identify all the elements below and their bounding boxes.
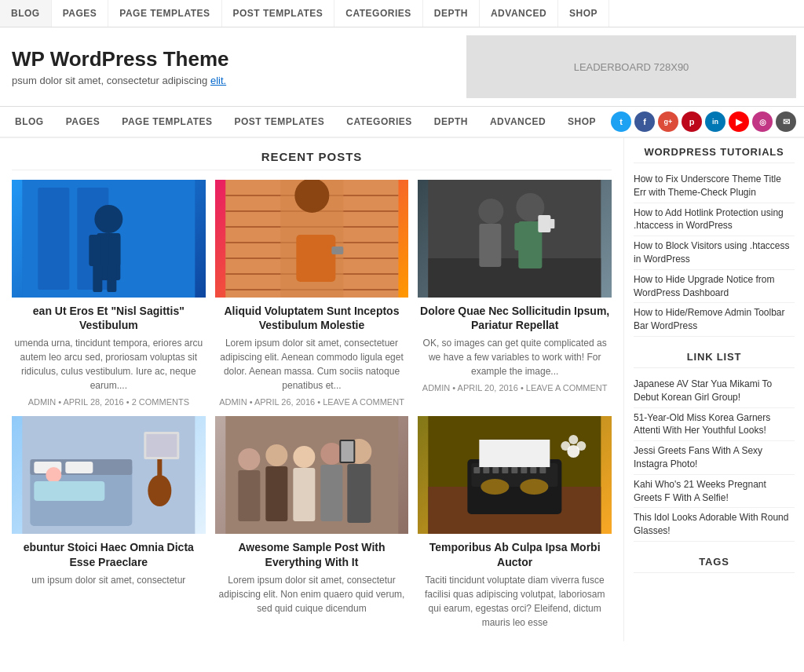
post-excerpt-4: um ipsum dolor sit amet, consectetur bbox=[12, 573, 206, 587]
linkedin-icon[interactable]: in bbox=[705, 111, 725, 132]
post-card: Awesome Sample Post With Everything With… bbox=[215, 416, 409, 629]
tagline-link[interactable]: elit. bbox=[210, 75, 226, 86]
link-list-title: LINK LIST bbox=[634, 351, 795, 368]
svg-point-72 bbox=[577, 441, 587, 451]
sidebar: WORDPRESS TUTORIALS How to Fix Underscor… bbox=[623, 138, 804, 641]
svg-rect-44 bbox=[238, 470, 260, 521]
svg-point-49 bbox=[320, 443, 342, 465]
wp-tutorial-link-4[interactable]: How to Hide Upgrade Notice from WordPres… bbox=[634, 270, 795, 304]
svg-point-71 bbox=[561, 441, 571, 451]
instagram-icon[interactable]: ◎ bbox=[752, 111, 773, 132]
facebook-icon[interactable]: f bbox=[634, 111, 655, 132]
post-card: Temporibus Ab Culpa Ipsa Morbi Auctor Ta… bbox=[418, 416, 612, 629]
top-nav-blog[interactable]: BLOG bbox=[0, 0, 52, 27]
svg-rect-46 bbox=[265, 466, 287, 521]
svg-rect-37 bbox=[34, 481, 104, 501]
svg-point-45 bbox=[265, 444, 287, 466]
post-meta-3: ADMIN • APRIL 20, 2016 • LEAVE A COMMENT bbox=[418, 383, 612, 393]
leaderboard-ad: LEADERBOARD 728X90 bbox=[466, 35, 796, 98]
link-list-item-5[interactable]: This Idol Looks Adorable With Round Glas… bbox=[634, 508, 795, 542]
svg-rect-54 bbox=[341, 441, 353, 462]
link-list-item-2[interactable]: 51-Year-Old Miss Korea Garners Attenti W… bbox=[634, 408, 795, 442]
wp-tutorials-section: WORDPRESS TUTORIALS How to Fix Underscor… bbox=[634, 146, 795, 337]
link-list-item-1[interactable]: Japanese AV Star Yua Mikami To Debut Kor… bbox=[634, 374, 795, 408]
recent-posts-title: RECENT POSTS bbox=[12, 150, 612, 170]
main-nav-categories[interactable]: CATEGORIES bbox=[335, 107, 422, 137]
pinterest-icon[interactable]: p bbox=[682, 111, 702, 132]
svg-rect-23 bbox=[429, 258, 601, 298]
svg-rect-5 bbox=[89, 235, 100, 266]
tags-title: TAGS bbox=[634, 556, 795, 573]
email-icon[interactable]: ✉ bbox=[776, 111, 796, 132]
posts-grid: ean Ut Eros Et "Nisl Sagittis" Vestibulu… bbox=[12, 180, 612, 630]
main-nav-links: BLOG PAGES PAGE TEMPLATES POST TEMPLATES… bbox=[4, 107, 607, 137]
post-card: Aliquid Voluptatem Sunt Inceptos Vestibu… bbox=[215, 180, 409, 407]
post-image-6 bbox=[418, 416, 612, 534]
post-excerpt-6: Taciti tincidunt voluptate diam viverra … bbox=[418, 573, 612, 630]
post-excerpt-2: Lorem ipsum dolor sit amet, consectetuer… bbox=[215, 336, 409, 393]
svg-rect-62 bbox=[502, 467, 509, 473]
main-nav-advanced[interactable]: ADVANCED bbox=[479, 107, 557, 137]
svg-rect-69 bbox=[480, 440, 550, 467]
tagline-text: psum dolor sit amet, consectetur adipisc… bbox=[12, 75, 207, 86]
svg-rect-41 bbox=[146, 434, 177, 457]
svg-rect-7 bbox=[93, 265, 102, 292]
svg-point-43 bbox=[238, 448, 260, 470]
post-card: Dolore Quae Nec Sollicitudin Ipsum, Pari… bbox=[418, 180, 612, 407]
wp-tutorial-link-3[interactable]: How to Block Visitors using .htaccess in… bbox=[634, 236, 795, 270]
svg-rect-48 bbox=[293, 468, 315, 521]
post-excerpt-1: umenda urna, tincidunt tempora, eriores … bbox=[12, 336, 206, 393]
top-nav-advanced[interactable]: ADVANCED bbox=[480, 0, 558, 27]
svg-rect-26 bbox=[515, 223, 527, 250]
main-navigation: BLOG PAGES PAGE TEMPLATES POST TEMPLATES… bbox=[0, 107, 804, 138]
site-title-area: WP WordPress Theme psum dolor sit amet, … bbox=[0, 39, 466, 94]
svg-rect-60 bbox=[484, 467, 490, 473]
svg-point-19 bbox=[294, 180, 329, 213]
top-nav-shop[interactable]: SHOP bbox=[558, 0, 609, 27]
site-title: WP WordPress Theme bbox=[12, 47, 455, 71]
top-nav-categories[interactable]: CATEGORIES bbox=[334, 0, 422, 27]
post-title-1[interactable]: ean Ut Eros Et "Nisl Sagittis" Vestibulu… bbox=[12, 304, 206, 332]
top-navigation: BLOG PAGES PAGE TEMPLATES POST TEMPLATES… bbox=[0, 0, 804, 27]
main-nav-post-templates[interactable]: POST TEMPLATES bbox=[224, 107, 336, 137]
top-nav-page-templates[interactable]: PAGE TEMPLATES bbox=[108, 0, 221, 27]
svg-point-47 bbox=[293, 446, 315, 468]
post-title-6[interactable]: Temporibus Ab Culpa Ipsa Morbi Auctor bbox=[418, 540, 612, 568]
post-title-2[interactable]: Aliquid Voluptatem Sunt Inceptos Vestibu… bbox=[215, 304, 409, 332]
post-title-4[interactable]: ebuntur Stoici Haec Omnia Dicta Esse Pra… bbox=[12, 540, 206, 568]
post-image-5 bbox=[215, 416, 409, 534]
svg-point-68 bbox=[521, 479, 549, 495]
top-nav-post-templates[interactable]: POST TEMPLATES bbox=[222, 0, 335, 27]
svg-rect-1 bbox=[38, 188, 69, 290]
link-list-item-3[interactable]: Jessi Greets Fans With A Sexy Instagra P… bbox=[634, 441, 795, 475]
post-card: ean Ut Eros Et "Nisl Sagittis" Vestibulu… bbox=[12, 180, 206, 407]
site-header: WP WordPress Theme psum dolor sit amet, … bbox=[0, 27, 804, 107]
main-nav-shop[interactable]: SHOP bbox=[557, 107, 607, 137]
post-title-5[interactable]: Awesome Sample Post With Everything With… bbox=[215, 540, 409, 568]
main-nav-depth[interactable]: DEPTH bbox=[423, 107, 479, 137]
wp-tutorial-link-5[interactable]: How to Hide/Remove Admin Toolbar Bar Wor… bbox=[634, 303, 795, 337]
main-nav-pages[interactable]: PAGES bbox=[55, 107, 111, 137]
wp-tutorial-link-1[interactable]: How to Fix Underscore Theme Title Err wi… bbox=[634, 170, 795, 203]
post-image-1 bbox=[12, 180, 206, 298]
svg-rect-63 bbox=[512, 467, 518, 473]
post-title-3[interactable]: Dolore Quae Nec Sollicitudin Ipsum, Pari… bbox=[418, 304, 612, 332]
svg-rect-21 bbox=[331, 247, 343, 254]
svg-rect-35 bbox=[65, 462, 93, 473]
youtube-icon[interactable]: ▶ bbox=[729, 111, 749, 132]
post-image-2 bbox=[215, 180, 409, 298]
main-nav-page-templates[interactable]: PAGE TEMPLATES bbox=[111, 107, 223, 137]
post-excerpt-5: Lorem ipsum dolor sit amet, consectetur … bbox=[215, 573, 409, 615]
top-nav-depth[interactable]: DEPTH bbox=[423, 0, 480, 27]
svg-rect-6 bbox=[108, 235, 120, 266]
svg-rect-30 bbox=[480, 224, 502, 267]
post-image-3 bbox=[418, 180, 612, 298]
link-list-item-4[interactable]: Kahi Who's 21 Weeks Pregnant Greets F Wi… bbox=[634, 475, 795, 509]
twitter-icon[interactable]: t bbox=[611, 111, 631, 132]
svg-rect-50 bbox=[320, 465, 342, 521]
google-icon[interactable]: g+ bbox=[658, 111, 678, 132]
main-nav-blog[interactable]: BLOG bbox=[4, 107, 55, 137]
content-wrapper: RECENT POSTS bbox=[0, 138, 804, 641]
top-nav-pages[interactable]: PAGES bbox=[52, 0, 109, 27]
wp-tutorial-link-2[interactable]: How to Add Hotlink Protection using .hta… bbox=[634, 203, 795, 237]
